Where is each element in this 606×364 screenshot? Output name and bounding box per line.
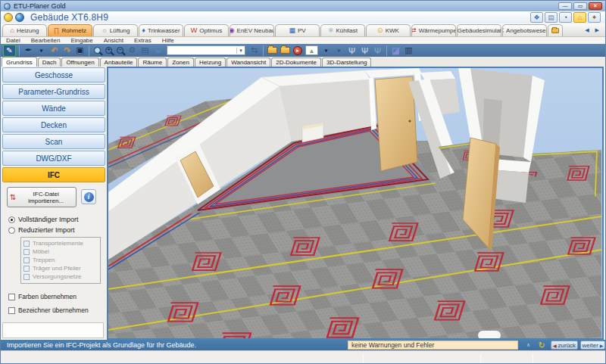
layer-dropdown[interactable]: ▾ [333,45,345,56]
ribbon-tab-trinkwasser[interactable]: ♦Trinkwasser [139,24,183,36]
option-traeger-und-pfeiler[interactable]: Träger und Pfeiler [23,264,98,272]
tab-dach[interactable]: Dach [38,58,61,67]
ribbon-tab-pv[interactable]: ▦PV [275,24,320,36]
background-image-button[interactable]: ▲ [305,45,318,55]
take-labels-option[interactable]: Bezeichner übernehmen [8,306,89,314]
distribution-tool-3[interactable]: Ψ [372,45,383,56]
redo-button[interactable]: ↷ [61,45,73,56]
distribution-tool-1[interactable]: Ψ [346,45,358,56]
ifc-import-button[interactable]: ⇅ IFC-Datei importieren... [7,187,77,207]
ribbon-scroll-left[interactable]: ◀ [585,27,589,33]
scene-3d-view[interactable] [107,67,604,340]
tab-heizung[interactable]: Heizung [195,58,226,67]
tab-wandansicht[interactable]: Wandansicht [226,58,270,67]
close-button[interactable]: ✕ [589,2,602,10]
effects-button[interactable]: ✶ [152,45,164,56]
tab-raeume[interactable]: Räume [138,58,167,67]
back-arrow-icon: ◀ [553,343,557,348]
option-versorgungsnetze[interactable]: Versorgungsnetze [23,272,98,281]
scale-combobox[interactable]: ▾ [167,45,245,55]
menu-eingabe[interactable]: Eingabe [65,37,98,44]
plugin-button[interactable]: ✦ [588,12,601,23]
ribbon-tab-angebotswesen[interactable]: €Angebotswesen [502,24,547,36]
tab-zonen[interactable]: Zonen [167,58,194,67]
ribbon-tab-more[interactable] [548,24,563,36]
report-button[interactable]: ▤ [139,45,151,56]
globe-icon [15,13,24,22]
ribbon-tab-heizung[interactable]: ⌂Heizung [2,24,47,36]
stamp-dropdown[interactable]: ▾ [36,45,47,56]
ifc-info-button[interactable]: i [81,189,96,204]
water-icon: ♦ [142,27,145,34]
menu-extras[interactable]: Extras [129,37,157,44]
draw-tool-button[interactable]: ✎ [3,45,16,57]
radio-icon [8,227,15,234]
tab-3d-darstellung[interactable]: 3D-Darstellung [322,58,371,67]
sidebar-item-parameter-grundriss[interactable]: Parameter-Grundriss [2,84,105,99]
tab-2d-dokumente[interactable]: 2D-Dokumente [271,58,321,67]
zoom-out-button[interactable]: − [117,47,123,54]
zoom-window-button[interactable] [94,47,101,54]
footer-statusbar [1,350,605,364]
settings-button[interactable]: ⚙ [127,45,138,56]
refresh-button[interactable]: ↻ [536,340,547,350]
snapshot-button[interactable]: ▣ [74,45,86,56]
back-button[interactable]: ◀ zurück [551,341,578,350]
ribbon-tab-kuehllast[interactable]: ❄Kühllast [320,24,365,36]
option-transportelemente[interactable]: Transportelemente [23,239,98,247]
globe-button[interactable]: ◔ [559,12,572,23]
notes-button[interactable]: ▤ [545,12,558,23]
tab-label: Lüftung [110,27,130,34]
sidebar-item-dwg-dxf[interactable]: DWG/DXF [2,151,105,166]
titlebar: ETU-Planer Gold — ▭ ✕ [1,1,605,11]
undo-button[interactable]: ↶ [48,45,60,56]
record-button[interactable]: ▸ [293,46,302,55]
full-import-option[interactable]: Vollständiger Import [8,216,79,223]
open-folder-button[interactable] [267,47,277,54]
menu-bearbeiten[interactable]: Bearbeiten [26,37,66,44]
tab-grundriss[interactable]: Grundriss [2,57,37,67]
stamp-tool-button[interactable]: ✒ [23,45,34,56]
tab-label: EnEV Neubau [237,27,274,34]
reduced-import-option[interactable]: Reduzierter Import [8,226,75,234]
tab-oeffnungen[interactable]: Öffnungen [61,58,98,67]
transfer-button[interactable]: ⇆ [248,45,260,56]
sidebar-item-decken[interactable]: Decken [2,117,105,132]
menu-hilfe[interactable]: Hilfe [157,37,180,44]
expand-log-button[interactable]: ∧ [523,341,533,349]
cube-3d-button[interactable]: ◪ [390,45,401,56]
zoom-in-button[interactable]: + [105,47,112,54]
distribution-tool-2[interactable]: Ψ [359,45,370,56]
column-view-button[interactable]: ▥ [403,45,414,56]
sidebar-item-waende[interactable]: Wände [2,101,105,116]
ribbon-tab-enev[interactable]: ◉EnEV Neubau [230,24,274,36]
minimize-button[interactable]: — [558,2,572,10]
sidebar-item-scan[interactable]: Scan [2,134,105,149]
case-button[interactable]: ❖ [530,12,543,23]
ribbon-tab-waermepumpe[interactable]: ⇄Wärmepumpe [411,24,456,36]
menu-datei[interactable]: Datei [1,37,26,44]
next-button[interactable]: weiter ▶ [580,341,605,350]
radio-selected-icon [8,216,15,223]
sidebar-item-geschosse[interactable]: Geschosse [2,67,105,82]
ribbon-tab-simulator[interactable]: §Gebäudesimulator [457,24,501,36]
tab-anbauteile[interactable]: Anbauteile [100,58,138,67]
take-colors-option[interactable]: Farben übernehmen [8,293,77,300]
open-project-button[interactable] [280,47,290,54]
chevron-down-icon: ▾ [236,48,245,54]
home-button[interactable]: ⌂ [573,12,586,23]
image-dropdown[interactable]: ▾ [320,45,332,56]
app-window: ETU-Planer Gold — ▭ ✕ Gebäude XT6.8H9 ❖ … [0,0,606,364]
ribbon-tab-optimus[interactable]: WOptimus [184,24,229,36]
ribbon-tab-kwk[interactable]: ⊙KWK [366,24,411,36]
checkbox-icon [23,274,30,280]
maximize-button[interactable]: ▭ [573,2,587,10]
ribbon-scroll-right[interactable]: ▶ [595,27,599,33]
sidebar-item-ifc[interactable]: IFC [2,167,105,182]
ribbon-tab-lueftung[interactable]: ☼Lüftung [93,24,138,36]
ribbon-tab-rohrnetz[interactable]: ∏Rohrnetz [48,24,92,36]
option-treppen[interactable]: Treppen [23,256,98,264]
reduced-options-box: Transportelemente Möbel Treppen Träger u… [20,237,101,284]
option-moebel[interactable]: Möbel [23,247,98,256]
menu-ansicht[interactable]: Ansicht [98,37,129,44]
